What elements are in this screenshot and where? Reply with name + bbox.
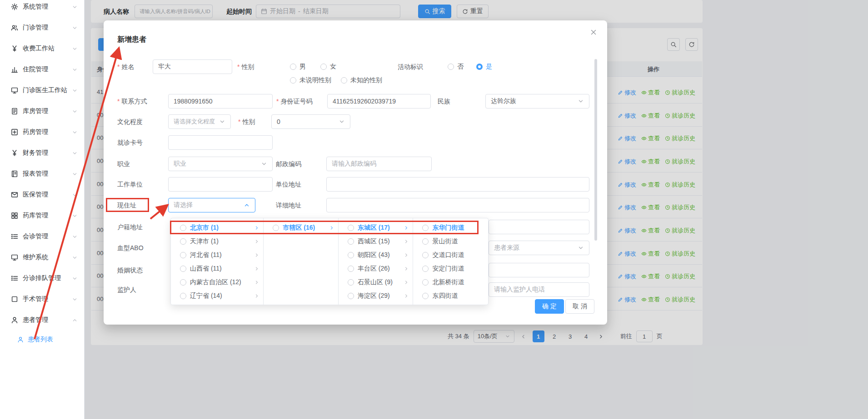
household-address-label: 户籍地址 <box>117 220 143 234</box>
marital-status-right-input[interactable] <box>489 263 589 277</box>
current-address-cascader-select[interactable]: 请选择 <box>168 198 255 212</box>
list-icon <box>11 275 18 282</box>
radio-circle-icon <box>180 266 186 272</box>
cascader-option-shijingshan[interactable]: 石景山区 (9) <box>339 276 413 289</box>
cascader-option-chaoyang[interactable]: 朝阳区 (43) <box>339 248 413 262</box>
cascader-option-jiaodaokou[interactable]: 交道口街道 <box>413 248 488 262</box>
cascader-option-label: 石景山区 (9) <box>358 278 400 286</box>
cascader-option-dongsi[interactable]: 东四街道 <box>413 289 488 303</box>
gender-radio-female[interactable]: 女 <box>320 59 336 74</box>
chevron-down-icon <box>72 4 78 10</box>
sidebar-item-medical-insurance-mgmt[interactable]: 医保管理 <box>0 184 84 205</box>
sidebar-item-consultation-mgmt[interactable]: 会诊管理 <box>0 226 84 247</box>
contact-label: 联系方式 <box>117 94 147 108</box>
work-address-input[interactable] <box>326 177 589 192</box>
chevron-down-icon <box>72 129 78 135</box>
name-value: 牢大 <box>158 63 227 71</box>
sidebar-item-drug-storage-mgmt[interactable]: 药库管理 <box>0 205 84 226</box>
active-flag-radio-no[interactable]: 否 <box>448 59 464 74</box>
cascader-option-andingmen[interactable]: 安定门街道 <box>413 262 488 276</box>
modal-scrollbar[interactable] <box>594 59 597 241</box>
patient-source-select[interactable]: 患者来源 <box>489 241 589 255</box>
household-address-right-input[interactable] <box>489 220 589 234</box>
name-label: 姓名 <box>117 59 134 74</box>
cascader-option-donghuamen[interactable]: 东华门街道 <box>413 221 488 235</box>
sidebar-item-label: 门诊医生工作站 <box>23 86 67 94</box>
guardian-phone-input[interactable]: 请输入监护人电话 <box>489 282 589 297</box>
ethnicity-select[interactable]: 达斡尔族 <box>485 94 589 108</box>
contact-value: 19880991650 <box>174 98 267 105</box>
gender-code-label: 性别 <box>238 114 255 129</box>
cascader-option-label: 丰台区 (26) <box>358 265 400 273</box>
cascader-option-beijing[interactable]: 北京市 (1) <box>171 221 263 235</box>
chevron-down-icon <box>72 296 78 302</box>
chart-icon <box>11 66 18 73</box>
patient-source-placeholder: 患者来源 <box>494 244 575 252</box>
gender-radio-unspecified[interactable]: 未说明性别 <box>290 73 331 88</box>
postal-code-input[interactable]: 请输入邮政编码 <box>326 157 432 171</box>
work-unit-input[interactable] <box>168 177 273 192</box>
cascader-option-haidian[interactable]: 海淀区 (29) <box>339 289 413 303</box>
cascader-option-jingshan[interactable]: 景山街道 <box>413 235 488 248</box>
sidebar-item-patient-list[interactable]: 患者列表 <box>0 330 84 349</box>
education-select[interactable]: 请选择文化程度 <box>168 114 231 129</box>
cascader-option-neimenggu[interactable]: 内蒙古自治区 (12) <box>171 276 263 289</box>
sidebar-item-finance-mgmt[interactable]: 财务管理 <box>0 143 84 163</box>
radio-circle-icon <box>348 225 354 231</box>
sidebar-item-maintenance-system[interactable]: 维护系统 <box>0 247 84 268</box>
chevron-right-icon <box>254 293 259 299</box>
radio-circle-icon <box>348 279 354 286</box>
cascader-option-label: 西城区 (15) <box>358 237 400 246</box>
sidebar-item-report-mgmt[interactable]: 报表管理 <box>0 163 84 184</box>
cancel-button[interactable]: 取 消 <box>565 299 594 314</box>
gender-radio-male[interactable]: 男 <box>290 59 306 74</box>
modal-close-button[interactable] <box>588 27 599 38</box>
cascader-option-label: 辽宁省 (14) <box>190 292 250 300</box>
cascader-option-beixinqiao[interactable]: 北新桥街道 <box>413 276 488 289</box>
sidebar-item-surgery-mgmt[interactable]: 手术管理 <box>0 289 84 310</box>
sidebar-item-inpatient-mgmt[interactable]: 住院管理 <box>0 59 84 80</box>
sidebar-item-pharmacy-mgmt[interactable]: 药房管理 <box>0 122 84 143</box>
radio-label: 未说明性别 <box>299 76 331 84</box>
sidebar-item-triage-queue-mgmt[interactable]: 分诊排队管理 <box>0 268 84 289</box>
gender-code-value: 0 <box>277 118 336 125</box>
name-input[interactable]: 牢大 <box>153 59 232 74</box>
chevron-right-icon <box>404 280 409 285</box>
sidebar-item-label: 药房管理 <box>23 128 67 136</box>
sidebar-item-patient-mgmt[interactable]: 患者管理 <box>0 310 84 330</box>
radio-circle-icon <box>180 238 186 245</box>
sidebar-item-label: 医保管理 <box>23 191 67 199</box>
sidebar-item-charge-workstation[interactable]: 收费工作站 <box>0 38 84 59</box>
list-icon <box>11 233 18 240</box>
chevron-down-icon <box>72 213 78 219</box>
active-flag-radio-yes[interactable]: 是 <box>476 59 492 74</box>
radio-circle-icon <box>422 252 429 258</box>
radio-circle-icon <box>273 225 279 231</box>
sidebar-item-outpatient-doctor-workstation[interactable]: 门诊医生工作站 <box>0 80 84 101</box>
gender-radio-unknown[interactable]: 未知的性别 <box>341 73 382 88</box>
square-icon <box>11 296 18 303</box>
cascader-option-dongcheng[interactable]: 东城区 (17) <box>339 221 413 235</box>
confirm-button[interactable]: 确 定 <box>535 299 564 314</box>
sidebar-item-outpatient-mgmt[interactable]: 门诊管理 <box>0 17 84 38</box>
yen-icon <box>11 149 18 157</box>
sidebar-item-system-mgmt[interactable]: 系统管理 <box>0 0 84 17</box>
cascader-option-fengtai[interactable]: 丰台区 (26) <box>339 262 413 276</box>
contact-input[interactable]: 19880991650 <box>168 94 273 108</box>
radio-circle-icon <box>348 266 354 272</box>
cascader-option-shixiaqu[interactable]: 市辖区 (16) <box>264 221 338 235</box>
visit-card-input[interactable] <box>168 135 273 150</box>
detail-address-input[interactable] <box>326 198 589 212</box>
cascader-option-hebei[interactable]: 河北省 (11) <box>171 248 263 262</box>
cascader-option-liaoning[interactable]: 辽宁省 (14) <box>171 289 263 303</box>
occupation-select[interactable]: 职业 <box>168 157 273 171</box>
cascader-option-tianjin[interactable]: 天津市 (1) <box>171 235 263 248</box>
id-number-value: 411625192602039719 <box>333 98 425 105</box>
gender-code-select[interactable]: 0 <box>271 114 350 129</box>
id-number-input[interactable]: 411625192602039719 <box>327 94 431 108</box>
sidebar-item-warehouse-mgmt[interactable]: 库房管理 <box>0 101 84 122</box>
radio-label: 男 <box>299 63 306 71</box>
cascader-option-shanxi[interactable]: 山西省 (11) <box>171 262 263 276</box>
cascader-option-xicheng[interactable]: 西城区 (15) <box>339 235 413 248</box>
chevron-right-icon <box>404 225 409 231</box>
